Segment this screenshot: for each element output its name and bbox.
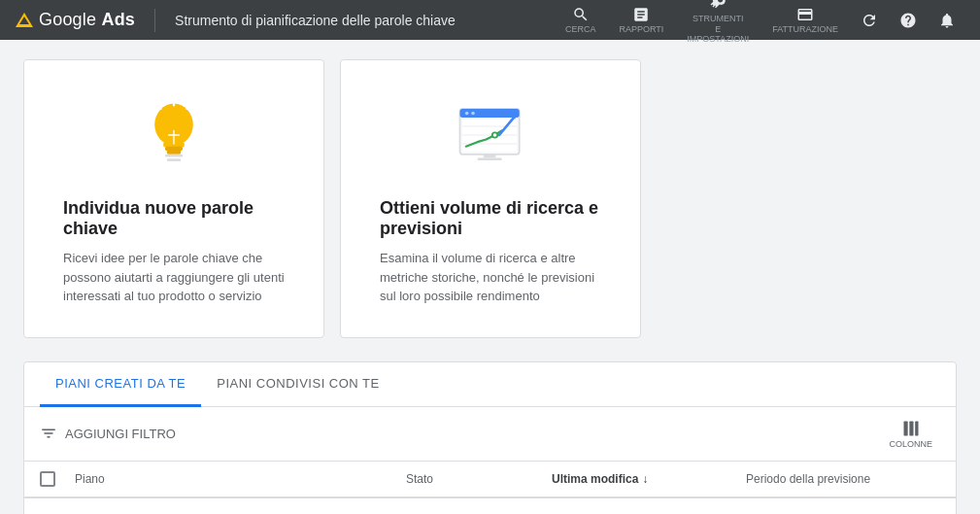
filter-icon: [40, 425, 57, 442]
svg-rect-26: [909, 421, 913, 435]
svg-line-6: [154, 104, 160, 109]
forecast-icon-area: [380, 91, 601, 179]
top-nav: Google Ads Strumento di pianificazione d…: [0, 0, 980, 40]
reports-icon: [632, 6, 650, 23]
notifications-icon: [938, 12, 956, 29]
svg-rect-12: [460, 109, 520, 118]
forecast-desc: Esamina il volume di ricerca e altre met…: [380, 249, 601, 306]
google-ads-triangle-icon: [16, 13, 33, 27]
plans-toolbar: AGGIUNGI FILTRO COLONNE: [24, 407, 956, 462]
forecast-title: Ottieni volume di ricerca e previsioni: [380, 198, 601, 239]
svg-rect-5: [167, 158, 181, 161]
cards-row: Individua nuove parole chiave Ricevi ide…: [23, 59, 957, 338]
svg-point-14: [471, 112, 475, 116]
sort-arrow-icon: ↓: [642, 472, 648, 486]
nav-icons: CERCA RAPPORTI STRUMENTIEIMPOSTAZIONI FA…: [556, 0, 964, 47]
nav-refresh-button[interactable]: [852, 3, 887, 38]
nav-billing-button[interactable]: FATTURAZIONE: [762, 4, 848, 37]
nav-help-button[interactable]: [891, 3, 926, 38]
plans-tabs: PIANI CREATI DA TE PIANI CONDIVISI CON T…: [24, 362, 956, 407]
svg-rect-27: [915, 421, 918, 435]
columns-button[interactable]: COLONNE: [881, 415, 940, 453]
find-keywords-title: Individua nuove parole chiave: [63, 198, 285, 239]
col-periodo: Periodo della previsione: [746, 472, 940, 486]
toolbar-left: AGGIUNGI FILTRO: [40, 425, 176, 442]
nav-search-button[interactable]: CERCA: [556, 4, 606, 37]
svg-rect-24: [478, 157, 502, 160]
reports-label: RAPPORTI: [619, 24, 663, 35]
forecast-card[interactable]: Ottieni volume di ricerca e previsioni E…: [340, 59, 641, 338]
search-label: CERCA: [565, 24, 596, 35]
svg-point-13: [465, 112, 469, 116]
tools-label: STRUMENTIEIMPOSTAZIONI: [687, 14, 749, 45]
header-checkbox-cell: [40, 471, 75, 487]
forecast-chart-icon: [447, 91, 534, 179]
find-keywords-desc: Ricevi idee per le parole chiave che pos…: [63, 249, 285, 306]
svg-rect-3: [167, 150, 181, 154]
columns-icon: [901, 419, 921, 438]
billing-icon: [796, 6, 814, 23]
col-piano: Piano: [75, 472, 406, 486]
svg-rect-25: [903, 421, 907, 435]
plans-section: PIANI CREATI DA TE PIANI CONDIVISI CON T…: [23, 361, 957, 515]
svg-rect-4: [165, 154, 183, 157]
search-icon: [572, 6, 590, 23]
nav-notifications-button[interactable]: [929, 3, 964, 38]
col-stato: Stato: [406, 472, 552, 486]
find-keywords-card[interactable]: Individua nuove parole chiave Ricevi ide…: [23, 59, 324, 338]
app-brand: Google Ads: [39, 10, 135, 30]
nav-tools-button[interactable]: STRUMENTIEIMPOSTAZIONI: [677, 0, 759, 47]
add-filter-button[interactable]: AGGIUNGI FILTRO: [65, 427, 176, 441]
lightbulb-icon: [130, 91, 218, 179]
col-ultima-modifica-label: Ultima modifica: [552, 472, 638, 486]
select-all-checkbox[interactable]: [40, 471, 55, 487]
svg-line-8: [187, 104, 193, 109]
columns-label: COLONNE: [889, 439, 932, 449]
empty-state-message: Trova nuove idee per le parole chiave, o…: [24, 497, 956, 515]
refresh-icon: [861, 12, 878, 29]
main-content: Individua nuove parole chiave Ricevi ide…: [0, 40, 980, 514]
nav-divider: [154, 9, 155, 32]
nav-reports-button[interactable]: RAPPORTI: [609, 4, 673, 37]
app-logo: Google Ads: [16, 10, 135, 30]
tab-my-plans[interactable]: PIANI CREATI DA TE: [40, 362, 201, 407]
tab-shared-plans[interactable]: PIANI CONDIVISI CON TE: [201, 362, 395, 407]
tools-icon: [709, 0, 727, 13]
svg-point-20: [493, 133, 497, 137]
find-keywords-icon-area: [63, 91, 285, 179]
page-title: Strumento di pianificazione delle parole…: [175, 13, 544, 28]
table-header: Piano Stato Ultima modifica ↓ Periodo de…: [24, 462, 956, 497]
help-icon: [899, 12, 917, 29]
billing-label: FATTURAZIONE: [772, 24, 838, 35]
col-ultima-modifica[interactable]: Ultima modifica ↓: [552, 472, 746, 486]
svg-rect-23: [484, 154, 496, 158]
